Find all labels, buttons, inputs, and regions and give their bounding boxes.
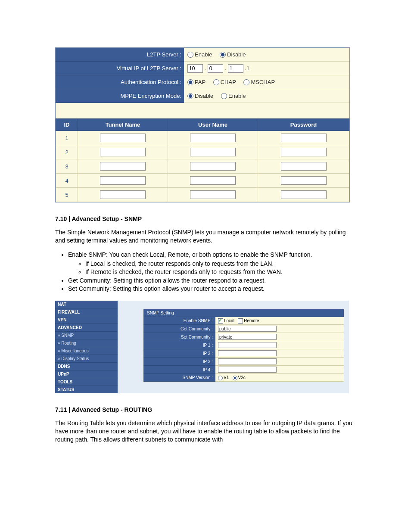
- sidebar-item-nat[interactable]: NAT: [55, 301, 118, 308]
- user-name-1[interactable]: [190, 134, 236, 142]
- th-tunnel-name: Tunnel Name: [78, 119, 168, 131]
- vip-octet-3[interactable]: [228, 64, 243, 73]
- sidebar-item-status[interactable]: STATUS: [55, 386, 118, 393]
- password-3[interactable]: [281, 162, 327, 171]
- sidebar-item-misc[interactable]: » Miscellaneous: [55, 347, 118, 355]
- l2tp-server-enable-radio[interactable]: Enable: [187, 51, 212, 58]
- vip-octet-2[interactable]: [208, 64, 223, 73]
- mppe-enable-radio[interactable]: Enable: [221, 93, 246, 100]
- auth-label: Authentication Protocol :: [56, 75, 184, 89]
- sidebar-item-firewall[interactable]: FIREWALL: [55, 308, 118, 316]
- auth-mschap-radio[interactable]: MSCHAP: [243, 79, 275, 86]
- user-name-2[interactable]: [190, 148, 236, 156]
- user-name-3[interactable]: [190, 162, 236, 171]
- tunnel-name-1[interactable]: [100, 134, 146, 142]
- tunnel-name-2[interactable]: [100, 148, 146, 156]
- auth-chap-radio[interactable]: CHAP: [213, 79, 236, 86]
- get-community-label: Get Community :: [143, 325, 215, 333]
- sidebar-item-tools[interactable]: TOOLS: [55, 378, 118, 386]
- remote-checkbox[interactable]: Remote: [238, 318, 259, 323]
- v1-radio[interactable]: V1: [218, 375, 229, 380]
- user-name-5[interactable]: [190, 190, 236, 199]
- th-id: ID: [56, 119, 78, 131]
- ip4-input[interactable]: [218, 367, 277, 373]
- sidebar-item-routing[interactable]: » Routing: [55, 339, 118, 347]
- snmp-setting-title: SNMP Setting: [143, 309, 344, 317]
- mppe-disable-radio[interactable]: Disable: [187, 93, 213, 100]
- sidebar-item-display-status[interactable]: » Display Status: [55, 355, 118, 363]
- tunnel-name-4[interactable]: [100, 176, 146, 185]
- enable-snmp-label: Enable SNMP :: [143, 317, 215, 325]
- vip-label: Virtual IP of L2TP Server :: [56, 62, 184, 75]
- snmp-intro: The Simple Network Management Protocol (…: [55, 228, 356, 245]
- routing-heading: 7.11 | Advanced Setup - ROUTING: [55, 406, 356, 413]
- snmp-bullets: Enable SNMP: You can check Local, Remote…: [68, 251, 356, 293]
- sidebar-item-ddns[interactable]: DDNS: [55, 363, 118, 370]
- sidebar-item-vpn[interactable]: VPN: [55, 316, 118, 324]
- tunnel-table: ID Tunnel Name User Name Password 1 2 3 …: [56, 118, 349, 202]
- table-row: 2: [56, 145, 349, 159]
- set-community-label: Set Community :: [143, 333, 215, 341]
- tunnel-name-5[interactable]: [100, 190, 146, 199]
- ip4-label: IP 4 :: [143, 366, 215, 374]
- l2tp-config-panel: L2TP Server : Enable Disable Virtual IP …: [55, 47, 350, 202]
- set-community-input[interactable]: [218, 334, 277, 340]
- get-community-input[interactable]: [218, 326, 277, 332]
- snmp-screenshot: NAT FIREWALL VPN ADVANCED » SNMP » Routi…: [55, 301, 349, 393]
- sidebar-item-snmp[interactable]: » SNMP: [55, 332, 118, 339]
- ip1-input[interactable]: [218, 342, 277, 348]
- local-checkbox[interactable]: Local: [218, 318, 234, 323]
- th-password: Password: [258, 119, 349, 131]
- user-name-4[interactable]: [190, 176, 236, 185]
- table-row: 3: [56, 159, 349, 174]
- password-5[interactable]: [281, 190, 327, 199]
- snmp-version-label: SNMP Version :: [143, 374, 215, 382]
- ip1-label: IP 1 :: [143, 341, 215, 349]
- ip3-input[interactable]: [218, 358, 277, 364]
- password-2[interactable]: [281, 148, 327, 156]
- v2c-radio[interactable]: V2c: [233, 375, 246, 380]
- l2tp-server-label: L2TP Server :: [56, 48, 184, 62]
- table-row: 1: [56, 131, 349, 145]
- table-row: 4: [56, 174, 349, 188]
- th-user-name: User Name: [168, 119, 258, 131]
- routing-intro: The Routing Table lets you determine whi…: [55, 419, 356, 444]
- ip3-label: IP 3 :: [143, 358, 215, 366]
- sidebar-item-advanced[interactable]: ADVANCED: [55, 324, 118, 332]
- sidebar-item-upnp[interactable]: UPnP: [55, 370, 118, 378]
- ip2-label: IP 2 :: [143, 349, 215, 358]
- snmp-heading: 7.10 | Advanced Setup - SNMP: [55, 215, 356, 222]
- password-4[interactable]: [281, 176, 327, 185]
- mppe-label: MPPE Encryption Mode:: [56, 89, 184, 103]
- ip2-input[interactable]: [218, 350, 277, 356]
- password-1[interactable]: [281, 134, 327, 142]
- auth-pap-radio[interactable]: PAP: [187, 79, 206, 86]
- vip-octet-1[interactable]: [187, 64, 203, 73]
- l2tp-server-disable-radio[interactable]: Disable: [220, 51, 246, 58]
- snmp-sidebar: NAT FIREWALL VPN ADVANCED » SNMP » Routi…: [55, 301, 118, 393]
- table-row: 5: [56, 188, 349, 202]
- vip-suffix: .1: [245, 65, 249, 72]
- tunnel-name-3[interactable]: [100, 162, 146, 171]
